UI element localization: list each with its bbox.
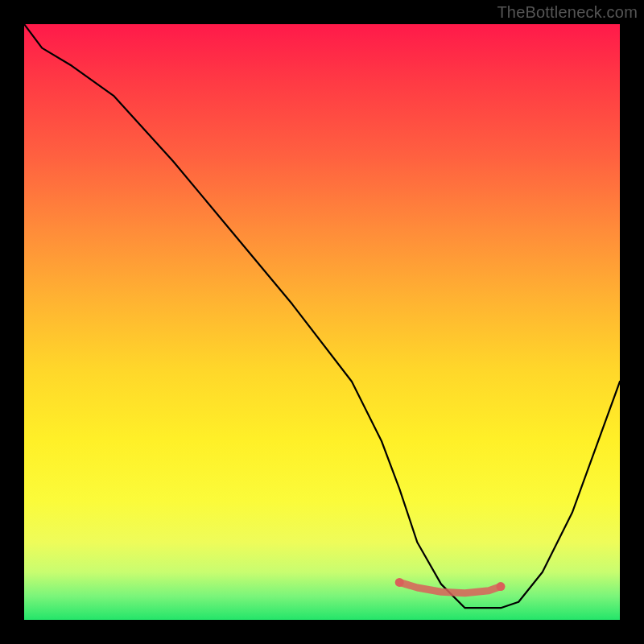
bottleneck-curve xyxy=(24,24,620,608)
plot-area xyxy=(24,24,620,620)
attribution-label: TheBottleneck.com xyxy=(497,3,638,22)
marker-dot xyxy=(497,582,506,591)
optimal-region-marker xyxy=(399,582,501,592)
chart-svg xyxy=(24,24,620,620)
chart-container: TheBottleneck.com xyxy=(0,0,644,644)
marker-dot xyxy=(395,578,404,587)
